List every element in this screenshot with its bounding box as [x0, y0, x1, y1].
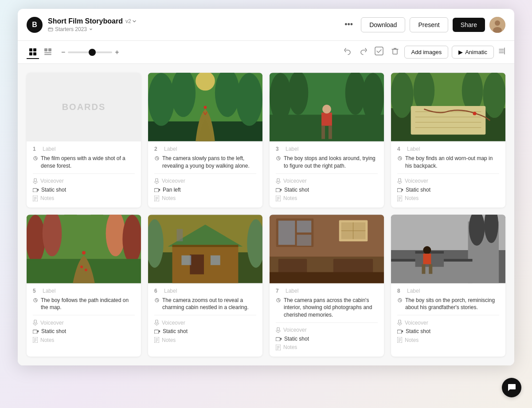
project-folder: Starters 2023 — [55, 26, 87, 32]
notes-row-6[interactable]: Notes — [154, 336, 256, 344]
frame-card-7[interactable]: 7 Label The camera pans across the cabin… — [270, 215, 384, 357]
user-avatar[interactable] — [489, 17, 505, 33]
voiceover-row-6[interactable]: Voiceover — [154, 319, 256, 326]
svg-rect-15 — [34, 178, 36, 182]
svg-rect-108 — [181, 255, 191, 265]
svg-rect-123 — [297, 235, 312, 246]
frame-action-5: The boy follows the path indicated on th… — [41, 297, 135, 312]
add-images-button[interactable]: Add images — [404, 46, 448, 59]
frame-image-8 — [391, 215, 505, 283]
camera-row-4[interactable]: Static shot — [397, 187, 499, 193]
camera-row-8[interactable]: Static shot — [397, 328, 499, 334]
voiceover-row-2[interactable]: Voiceover — [154, 177, 256, 185]
frame-action-row-1: The film opens with a wide shot of a den… — [33, 155, 135, 170]
more-options-button[interactable]: ••• — [341, 18, 356, 31]
camera-icon-7 — [276, 337, 282, 342]
version-badge[interactable]: v2 — [125, 18, 137, 24]
collapse-button[interactable] — [497, 47, 505, 57]
notes-row-4[interactable]: Notes — [397, 195, 499, 202]
svg-point-88 — [82, 251, 86, 255]
camera-text-7: Static shot — [284, 336, 309, 342]
voiceover-text-7: Voiceover — [283, 327, 307, 333]
svg-point-48 — [322, 105, 331, 114]
notes-row-3[interactable]: Notes — [276, 195, 378, 202]
voiceover-row-1[interactable]: Voiceover — [33, 177, 135, 185]
action-icon-1 — [33, 156, 38, 162]
frame-label-8: Label — [407, 288, 420, 294]
camera-row-5[interactable]: Static shot — [33, 328, 135, 334]
camera-row-3[interactable]: Static shot — [276, 187, 378, 193]
svg-rect-154 — [399, 320, 401, 323]
camera-icon-1 — [33, 188, 39, 193]
camera-row-6[interactable]: Static shot — [154, 328, 256, 334]
camera-text-5: Static shot — [41, 328, 66, 334]
notes-text-1: Notes — [40, 195, 54, 201]
chat-icon — [507, 383, 516, 392]
frame-number-1: 1 — [33, 146, 39, 152]
frame-action-8: The boy sits on the porch, reminiscing a… — [405, 297, 499, 312]
frame-image-4 — [391, 73, 505, 141]
voiceover-text-8: Voiceover — [405, 320, 428, 326]
frame-number-4: 4 — [397, 146, 403, 152]
svg-point-89 — [80, 265, 83, 268]
list-view-button[interactable] — [42, 46, 54, 59]
frame-card-1[interactable]: BOARDS 1 Label The film opens with a wid… — [27, 73, 141, 208]
notes-row-5[interactable]: Notes — [33, 336, 135, 344]
boords-logo-text-1: BOARDS — [62, 102, 106, 112]
frame-card-5[interactable]: 5 Label The boy follows the path indicat… — [27, 215, 141, 357]
redo-icon — [359, 47, 367, 55]
zoom-in-button[interactable]: + — [115, 48, 119, 56]
frame-number-row-7: 7 Label — [276, 288, 378, 294]
frame-card-8[interactable]: 8 Label The boy sits on the porch, remin… — [391, 215, 505, 357]
voiceover-row-7[interactable]: Voiceover — [276, 326, 378, 334]
frame-card-4[interactable]: 4 Label The boy finds an old worn-out ma… — [391, 73, 505, 208]
notes-text-5: Notes — [40, 337, 54, 343]
voiceover-row-5[interactable]: Voiceover — [33, 319, 135, 326]
frame-card-6[interactable]: 6 Label The camera zooms out to reveal a… — [148, 215, 262, 357]
svg-point-29 — [204, 106, 207, 109]
svg-rect-105 — [177, 229, 183, 241]
voiceover-row-8[interactable]: Voiceover — [397, 319, 499, 326]
delete-button[interactable] — [389, 45, 401, 59]
divider-7 — [276, 322, 378, 323]
mic-icon-2 — [154, 178, 159, 185]
svg-rect-50 — [329, 126, 332, 139]
animatic-button[interactable]: ▶ Animatic — [452, 46, 494, 59]
svg-rect-12 — [375, 47, 383, 55]
download-button[interactable]: Download — [361, 17, 405, 32]
frame-action-2: The camera slowly pans to the left, reve… — [162, 155, 256, 170]
notes-row-8[interactable]: Notes — [397, 336, 499, 344]
svg-rect-131 — [270, 272, 384, 283]
zoom-slider[interactable] — [68, 51, 112, 53]
notes-text-2: Notes — [162, 195, 176, 201]
mic-icon-5 — [33, 320, 38, 326]
camera-row-7[interactable]: Static shot — [276, 336, 378, 342]
frame-card-2[interactable]: 2 Label The camera slowly pans to the le… — [148, 73, 262, 208]
share-button[interactable]: Share — [453, 18, 485, 32]
svg-point-27 — [236, 73, 262, 126]
check-button[interactable] — [372, 44, 386, 60]
view-toggle — [27, 46, 54, 59]
logo-button[interactable]: B — [27, 17, 43, 33]
chat-button[interactable] — [502, 378, 521, 397]
svg-rect-13 — [393, 49, 397, 54]
frame-action-row-5: The boy follows the path indicated on th… — [33, 297, 135, 312]
notes-row-7[interactable]: Notes — [276, 344, 378, 351]
grid-view-button[interactable] — [27, 46, 39, 59]
frame-card-3[interactable]: 3 Label The boy stops and looks around, … — [270, 73, 384, 208]
notes-row-1[interactable]: Notes — [33, 195, 135, 202]
camera-row-2[interactable]: Pan left — [154, 187, 256, 193]
frame-body-8: 8 Label The boy sits on the porch, remin… — [391, 283, 505, 349]
voiceover-row-3[interactable]: Voiceover — [276, 177, 378, 185]
folder-chevron-icon — [89, 27, 93, 31]
notes-row-2[interactable]: Notes — [154, 195, 256, 202]
undo-button[interactable] — [342, 45, 354, 59]
redo-button[interactable] — [357, 45, 369, 59]
action-icon-7 — [276, 298, 281, 304]
present-button[interactable]: Present — [410, 17, 448, 32]
camera-row-1[interactable]: Static shot — [33, 187, 135, 193]
svg-rect-107 — [211, 255, 220, 265]
voiceover-row-4[interactable]: Voiceover — [397, 177, 499, 185]
svg-rect-7 — [33, 52, 36, 55]
zoom-out-button[interactable]: − — [61, 48, 65, 56]
